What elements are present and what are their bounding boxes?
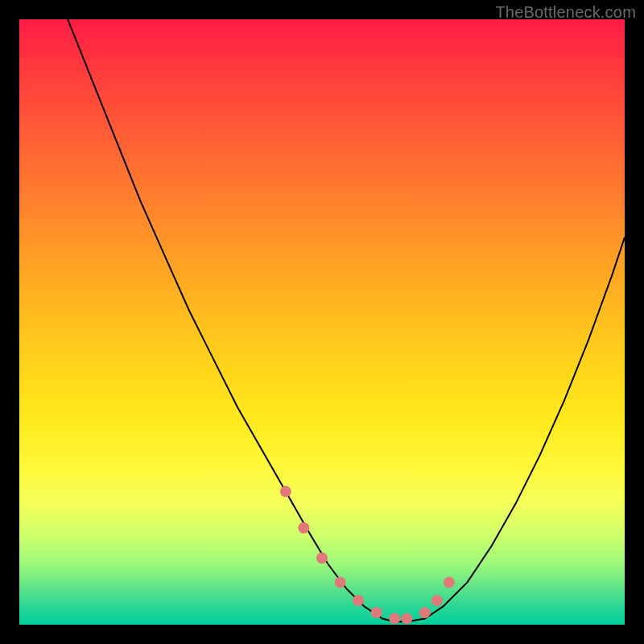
highlight-marker: [389, 613, 400, 625]
highlight-marker: [353, 595, 364, 606]
highlight-marker: [371, 607, 382, 618]
highlight-marker: [419, 607, 431, 618]
highlight-marker: [431, 595, 443, 606]
plot-area: [19, 19, 625, 625]
marker-group: [280, 486, 455, 625]
highlight-marker: [401, 613, 412, 625]
watermark-text: TheBottleneck.com: [495, 3, 636, 22]
highlight-marker: [316, 552, 328, 564]
highlight-marker: [444, 576, 455, 588]
chart-frame: TheBottleneck.com: [0, 0, 644, 644]
highlight-marker: [298, 522, 309, 534]
highlight-marker: [280, 486, 291, 497]
bottleneck-curve: [68, 19, 625, 621]
curve-svg: [19, 19, 625, 625]
highlight-marker: [335, 576, 346, 588]
